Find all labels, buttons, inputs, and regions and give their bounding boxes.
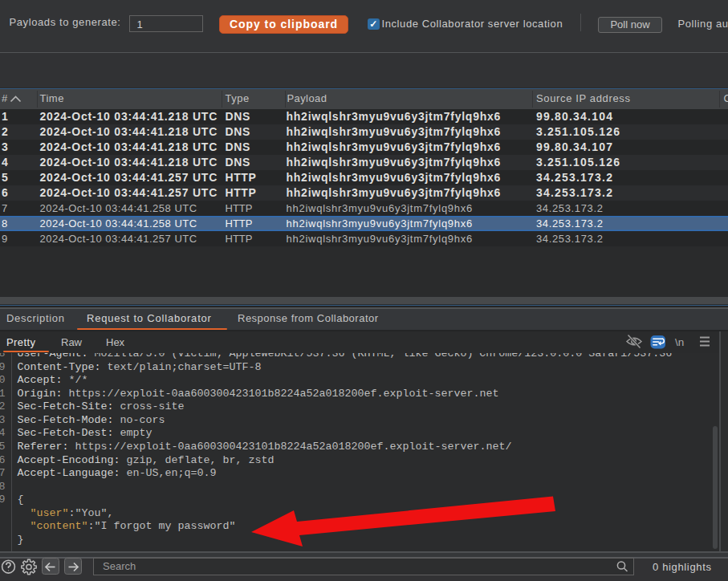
svg-text:\n: \n bbox=[675, 336, 684, 348]
